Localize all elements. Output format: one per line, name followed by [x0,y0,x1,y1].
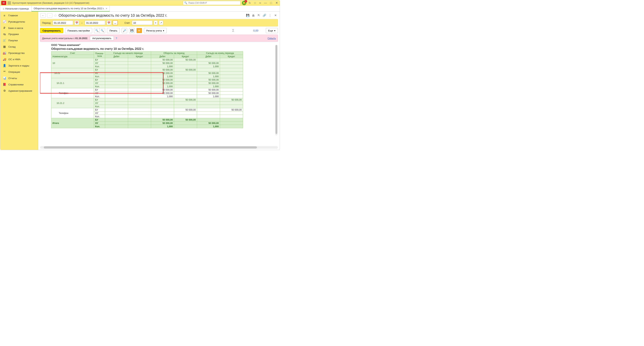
period-picker-button[interactable]: ... [112,20,118,25]
period-label: Период: [42,21,51,24]
toolbar: Сформировать Показать настройки 🔍 🔍 Печа… [38,26,280,35]
hamburger-icon[interactable] [8,2,11,4]
register-button[interactable]: Регистр учета ▾ [144,28,167,33]
sidebar-item-8[interactable]: 👤Зарплата и кадры [0,62,38,69]
nav-label: Операции [8,70,20,73]
tab-home-label: Начальная страница [6,7,29,10]
nav-icon: 📊 [3,76,6,80]
calendar-to-icon[interactable]: 📅 [106,20,111,25]
preview-icon[interactable]: 🔎 [122,28,127,33]
report-title: Оборотно-сальдовая ведомость по счету 10… [51,47,278,51]
sidebar: ≡Главное📈Руководителю₽Банк и касса🛍Прода… [0,12,38,150]
generate-button[interactable]: Сформировать [40,28,63,33]
save-icon[interactable]: 💾 [246,13,250,17]
zoom-reset-icon[interactable]: 🔍 [100,28,105,33]
tab-close-icon[interactable]: × [106,7,107,10]
minimize-button[interactable]: — [264,1,268,5]
export-icon[interactable]: ⇱ [257,13,261,17]
search-input[interactable] [188,2,239,4]
hide-link[interactable]: Скрыть [268,37,276,40]
tab-home[interactable]: ⌂ Начальная страница [0,6,32,11]
filter-icon[interactable]: ≂ [258,1,262,5]
table-row[interactable]: 10.21.2БУ50 000,0050 000,00 [51,98,243,101]
settings-button[interactable]: Показать настройки [65,28,92,33]
th-indicators: Показа- тели [94,51,105,58]
nav-icon: 📕 [3,83,6,86]
th-opening: Сальдо на начало периода [105,51,151,55]
nav-label: Зарплата и кадры [8,64,29,67]
nav-label: Банк и касса [8,27,23,29]
nav-back-button[interactable]: ← [40,13,46,17]
more-button[interactable]: Еще ▾ [266,28,278,33]
content-area: ← → ☆ Оборотно-сальдовая ведомость по сч… [38,12,280,150]
horizontal-scrollbar[interactable] [40,146,278,149]
close-content-icon[interactable]: ✕ [274,13,278,17]
print-button[interactable]: Печать [107,28,120,33]
table-row[interactable]: ТелефонБУ50 000,0050 000,00 [51,108,243,111]
calendar-from-icon[interactable]: 📅 [74,20,79,25]
table-row[interactable]: 10.21БУ50 000,0050 000,00 [51,68,243,71]
sigma-icon: Σ [232,29,234,32]
tab-document[interactable]: Оборотно-сальдовая ведомость по счету 10… [32,6,110,11]
sidebar-item-4[interactable]: 🛒Покупки [0,37,38,43]
nav-icon: ᴬᴷ [3,70,6,73]
date-to-input[interactable] [85,20,105,25]
history-icon[interactable]: ↻ [248,1,252,5]
print-icon[interactable]: 🖶 [251,13,255,17]
notif-badge: 2 [244,0,247,2]
table-row[interactable]: 10БУ50 000,0050 000,00 [51,58,243,61]
sidebar-item-6[interactable]: 🏭Производство [0,50,38,56]
account-dropdown-icon[interactable]: ▾ [154,20,158,25]
sidebar-item-12[interactable]: ⚙Администрирование [0,88,38,94]
table-row[interactable]: ТелефонБУ50 000,0050 000,00 [51,88,243,91]
email-icon[interactable]: ✉ [136,28,142,33]
report-table: Счет Показа- тели Сальдо на начало перио… [51,51,243,128]
table-row[interactable]: 10.21.1БУ50 000,0050 000,00 [51,78,243,81]
nav-icon: 👤 [3,64,6,67]
date-from-input[interactable] [53,20,73,25]
nav-icon: 🚚 [3,58,6,61]
zoom-in-icon[interactable]: 🔍 [94,28,100,33]
help-icon[interactable]: ? [116,37,117,40]
th-turnover: Обороты за период [151,51,197,55]
nav-label: Руководителю [8,20,25,23]
favorite-star-icon[interactable]: ☆ [54,13,57,17]
update-button[interactable]: Актуализировать [90,36,114,40]
maximize-button[interactable]: □ [269,1,273,5]
close-button[interactable]: ✕ [274,1,278,5]
sidebar-item-3[interactable]: 🛍Продажи [0,31,38,37]
nav-icon: ▦ [3,45,6,48]
sidebar-item-5[interactable]: ▦Склад [0,43,38,50]
global-search[interactable]: 🔍 [183,1,240,5]
nav-icon: ⚙ [3,89,6,92]
tab-document-label: Оборотно-сальдовая ведомость по счету 10… [34,7,104,10]
account-input[interactable] [132,20,152,25]
sidebar-item-7[interactable]: 🚚ОС и НМА [0,56,38,62]
page-title: Оборотно-сальдовая ведомость по счету 10… [58,13,167,17]
notifications-icon[interactable]: 🔔2 [242,1,246,5]
nav-icon: 🛍 [3,32,6,36]
sidebar-item-0[interactable]: ≡Главное [0,12,38,18]
kebab-icon[interactable]: ⋮ [268,13,272,17]
content-header: ← → ☆ Оборотно-сальдовая ведомость по сч… [38,12,280,19]
nav-label: Главное [8,14,18,17]
nav-label: Склад [8,45,16,48]
home-icon: ⌂ [3,7,4,10]
star-icon[interactable]: ☆ [253,1,257,5]
link-icon[interactable]: 🔗 [262,13,266,17]
sidebar-item-1[interactable]: 📈Руководителю [0,18,38,25]
nav-label: Справочники [8,83,24,86]
report-area: ООО "Наша компания" Оборотно-сальдовая в… [40,43,278,146]
nav-forward-button[interactable]: → [47,13,52,17]
sidebar-item-10[interactable]: 📊Отчеты [0,75,38,81]
sidebar-item-9[interactable]: ᴬᴷОперации [0,69,38,75]
sidebar-item-11[interactable]: 📕Справочники [0,81,38,88]
logo-1c: 1C [1,1,6,5]
sidebar-item-2[interactable]: ₽Банк и касса [0,25,38,31]
sum-value: 0,00 [236,29,264,32]
nav-icon: ₽ [3,26,6,30]
app-title: Бухгалтерия предприятия (базовая), редак… [12,1,89,4]
account-open-icon[interactable]: ↗ [159,20,163,25]
disk-save-icon[interactable]: 💾 [129,28,134,33]
nav-label: Производство [8,52,25,54]
